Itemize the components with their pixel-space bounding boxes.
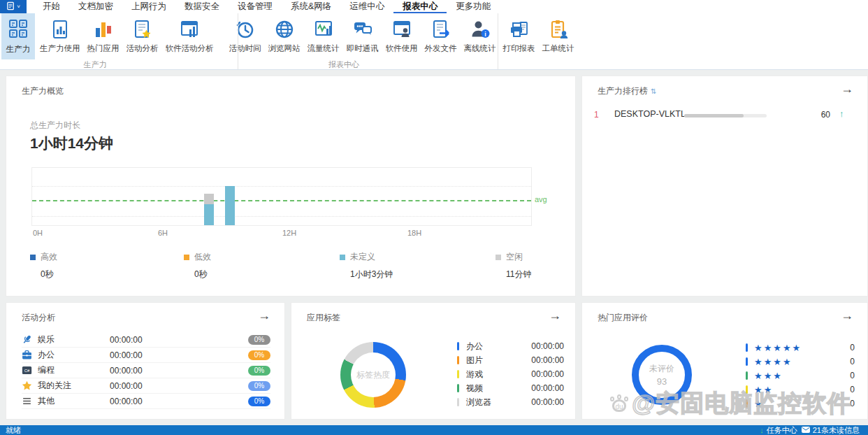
machine-name: DESKTOP-VLKTL... <box>614 109 693 119</box>
legend-value: 11分钟 <box>506 269 531 280</box>
legend-value: 0秒 <box>41 269 57 280</box>
tag-legend-row-图片: 图片00:00:00 <box>457 353 564 367</box>
ribbon-button-生产力使用[interactable]: 生产力使用 <box>36 13 84 59</box>
activity-percent-badge: 0% <box>248 335 270 345</box>
tab-上网行为[interactable]: 上网行为 <box>122 0 175 13</box>
x-axis-tick: 6H <box>158 229 168 237</box>
legend-value: 0秒 <box>194 269 211 280</box>
ribbon-button-打印报表[interactable]: 打印报表 <box>500 13 539 59</box>
ribbon-group-labels: 生产力 报表中心 <box>0 59 868 69</box>
tab-系统&网络[interactable]: 系统&网络 <box>282 0 340 13</box>
tag-color-tick <box>457 342 459 350</box>
panel-title: 应用标签 <box>307 312 340 324</box>
legend-color-swatch <box>30 255 36 260</box>
avg-line <box>32 200 531 201</box>
productivity-bar-chart <box>31 167 532 226</box>
ribbon-button-软件使用[interactable]: 软件使用 <box>382 13 421 59</box>
app-menu-button[interactable]: ˅ <box>0 0 27 13</box>
ribbon-button-离线统计[interactable]: i离线统计 <box>461 13 500 59</box>
ribbon-button-活动时间[interactable]: 活动时间 <box>226 13 265 59</box>
panel-productivity-ranking: 生产力排行榜⇅ → 1DESKTOP-VLKTL...60↑ <box>581 76 868 297</box>
activity-more-arrow-icon[interactable]: → <box>258 308 270 322</box>
tag-label: 图片 <box>466 355 483 366</box>
globe-icon <box>274 17 295 41</box>
microphone-icon <box>22 334 32 345</box>
ribbon-button-label: 生产力使用 <box>40 43 80 54</box>
ribbon-button-即时通讯[interactable]: 即时通讯 <box>343 13 382 59</box>
app-window-icon <box>6 1 15 13</box>
legend-color-swatch <box>496 255 501 260</box>
ranking-more-arrow-icon[interactable]: → <box>841 82 853 96</box>
legend-item-高效: 高效0秒 <box>30 251 57 280</box>
tab-报表中心[interactable]: 报表中心 <box>393 0 447 13</box>
ribbon-button-label: 流量统计 <box>308 43 340 54</box>
rating-color-tick <box>746 399 748 408</box>
tab-开始[interactable]: 开始 <box>34 0 69 13</box>
ribbon-button-流量统计[interactable]: 流量统计 <box>304 13 343 59</box>
sort-icon[interactable]: ⇅ <box>651 87 656 95</box>
briefcase-icon <box>22 350 32 360</box>
rating-row-4-stars: ★★★★0 <box>746 355 855 369</box>
list-icon <box>22 396 32 406</box>
avg-line-label: avg <box>535 195 547 204</box>
activity-time: 00:00:00 <box>110 366 143 376</box>
ranking-title-text: 生产力排行榜 <box>598 86 648 96</box>
tag-color-tick <box>457 370 459 378</box>
ribbon-button-label: 即时通讯 <box>347 43 379 54</box>
activity-label: 办公 <box>38 349 55 361</box>
tab-文档加密[interactable]: 文档加密 <box>69 0 122 13</box>
ribbon-button-label: 外发文件 <box>425 43 457 54</box>
svg-text:C#: C# <box>24 369 30 373</box>
doc-arrow-icon <box>431 17 451 41</box>
ranking-row[interactable]: 1DESKTOP-VLKTL...60↑ <box>582 107 868 124</box>
rating-count: 0 <box>850 343 855 352</box>
ribbon-button-label: 软件活动分析 <box>166 43 214 54</box>
tab-运维中心[interactable]: 运维中心 <box>340 0 393 13</box>
rating-count: 0 <box>850 371 855 380</box>
tag-time: 00:00:00 <box>531 383 564 393</box>
activity-percent-badge: 0% <box>248 366 270 376</box>
ribbon-big-button-productivity[interactable]: 生产力 <box>1 13 35 59</box>
group-label-report-center: 报表中心 <box>316 59 372 70</box>
tag-color-tick <box>457 398 459 406</box>
download-arrow-icon: ↓ <box>760 426 764 434</box>
panel-hot-app-rating: 热门应用评价 → 未评价 93 ★★★★★0★★★★0★★★0★★0★0 <box>581 302 868 420</box>
panel-activity-analysis: 活动分析 → 娱乐00:00:000%办公00:00:000%C#编程00:00… <box>6 302 285 420</box>
chart-bar-空闲 <box>204 194 214 204</box>
tags-more-arrow-icon[interactable]: → <box>549 308 561 322</box>
ribbon-big-button-label: 生产力 <box>6 44 31 55</box>
ribbon-button-label: 活动时间 <box>229 43 261 54</box>
ribbon-button-工单统计[interactable]: 工单统计 <box>539 13 578 59</box>
tab-更多功能[interactable]: 更多功能 <box>447 0 500 13</box>
donut-center-label: 标签热度 <box>356 369 390 381</box>
ribbon-button-label: 工单统计 <box>542 43 574 54</box>
activity-label: 其他 <box>38 395 55 407</box>
ribbon-button-活动分析[interactable]: 活动分析 <box>123 13 162 59</box>
rating-color-tick <box>746 371 748 380</box>
star-icons: ★★★★ <box>754 357 793 367</box>
tag-label: 浏览器 <box>466 397 491 408</box>
ribbon-button-软件活动分析[interactable]: 软件活动分析 <box>162 13 217 59</box>
unread-messages-button[interactable]: 21条未读信息 <box>802 425 860 435</box>
x-axis-tick: 18H <box>407 229 421 237</box>
tag-color-tick <box>457 384 459 392</box>
tab-数据安全[interactable]: 数据安全 <box>175 0 229 13</box>
productivity-grid-icon <box>8 18 29 42</box>
ribbon-button-热门应用[interactable]: 热门应用 <box>84 13 123 59</box>
rating-more-arrow-icon[interactable]: → <box>841 308 853 322</box>
tag-legend-row-浏览器: 浏览器00:00:00 <box>457 395 564 409</box>
task-center-button[interactable]: ↓ 任务中心 <box>760 425 797 435</box>
tag-label: 游戏 <box>466 369 483 380</box>
star-icons: ★★★ <box>754 371 783 381</box>
ribbon-button-外发文件[interactable]: 外发文件 <box>421 13 461 59</box>
chart-bar-未定义 <box>225 186 235 225</box>
ribbon-button-浏览网站[interactable]: 浏览网站 <box>265 13 304 59</box>
printer-icon <box>509 17 530 41</box>
tag-label: 视频 <box>466 383 483 394</box>
user-info-icon: i <box>470 17 491 41</box>
tab-设备管理[interactable]: 设备管理 <box>229 0 282 13</box>
rank-number: 1 <box>594 110 599 120</box>
score-value: 60 <box>809 110 830 120</box>
activity-row-我的关注: 我的关注00:00:000% <box>22 378 270 394</box>
tag-time: 00:00:00 <box>531 355 564 365</box>
